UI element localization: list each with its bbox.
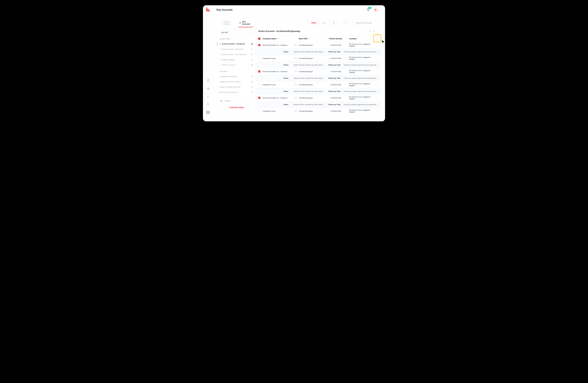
user-filter-select[interactable]: My Self [219,30,253,35]
table-row: AECOM Australia Ltd - Canberra Architect… [256,68,381,75]
row-more-menu[interactable] [377,110,377,112]
drag-handle-icon[interactable] [219,43,221,45]
row-more-menu[interactable] [377,57,377,59]
row-checkbox[interactable] [258,84,260,86]
add-to-folder-icon[interactable] [295,83,299,86]
notes-text: Before all this invented by other tender… [294,51,324,53]
sort-icon [309,38,310,39]
archive-label: Archive [225,100,231,102]
cluster-icon[interactable] [205,86,211,92]
drag-handle-icon[interactable] [219,54,221,55]
sidebar-my-folder-item[interactable]: Project Trending This Year 42 [219,84,253,90]
folder-name: Former Accounts [222,64,250,66]
add-to-folder-icon[interactable] [295,110,299,112]
search-box[interactable] [352,20,378,25]
table-header-more-menu[interactable] [376,37,378,40]
row-checkbox[interactable] [258,110,260,112]
folder-count: 22 [251,48,253,50]
section-visibility-icon[interactable] [373,30,375,33]
archive-button[interactable]: Archive [219,98,253,104]
sidebar-my-folder-item[interactable]: My Proposed Project To 21 [219,90,253,95]
row-checkbox[interactable] [258,97,260,99]
role-cell: Architect/Designer [299,97,325,99]
apps-grid-icon[interactable] [205,109,211,115]
brand-logo[interactable] [206,8,210,11]
notes-label: Notes [284,51,292,53]
location-cell: 56 Trevose Cres, Singapore 298088 [346,96,375,100]
row-more-menu[interactable] [377,44,377,46]
analytics-icon[interactable] [205,94,211,100]
search-input[interactable] [356,22,378,24]
phone-cell: 03 9419 4340 [325,44,346,46]
user-avatar[interactable]: A [373,7,378,12]
drag-handle-icon[interactable] [219,64,221,66]
notes-row: Notes Before all this invented by other … [256,101,381,108]
svg-point-5 [207,103,209,105]
clipboard-icon[interactable] [205,78,211,84]
notification-bell[interactable]: 22 [367,8,370,12]
sidebar-folder-item[interactable]: Active Account - Sub Contractor 42 [219,52,253,57]
drag-handle-icon[interactable] [219,48,221,50]
sidebar-my-folder-item[interactable]: Competitor Customers 10 [219,74,253,79]
tab-key-account[interactable]: Key Account [238,18,253,27]
tab-label: Project Pipeline [223,20,236,25]
page-title: Key Account [216,8,232,11]
company-name: Coastplan Group [262,110,275,112]
role-cell: Architect/Designer [299,71,325,73]
notes-label: Notes [284,64,292,66]
table-row: AECOM Australia Ltd - Canberra Architect… [256,42,381,49]
add-to-folder-icon[interactable] [295,44,299,46]
section-notif-icon[interactable] [369,30,371,33]
row-more-menu[interactable] [377,97,377,99]
sidebar-my-folder-item[interactable]: Collaboration Key Account 22 [219,79,253,84]
sidebar-folder-item[interactable]: Active Account - Architects 10 [219,41,253,46]
followup-label: Follow-up Task [328,64,343,66]
drag-handle-icon[interactable] [219,59,221,60]
location-cell: 56 Trevose Cres, Singapore 298088 [346,56,375,60]
col-header-location[interactable]: Location [346,38,375,40]
folder-count: 21 [251,91,253,93]
show-button[interactable]: Show [308,20,319,25]
sidebar-folder-item[interactable]: Former Accounts 56 [219,62,253,67]
sidebar-scroll: My Self Default Folder Active Account - … [217,27,255,118]
section-title: Active Account - Architects/Engineeing [258,30,367,33]
col-header-phone[interactable]: Phone Number [325,38,346,40]
add-to-folder-icon[interactable] [295,97,299,99]
folder-count: 21 [251,59,253,61]
company-name: AECOM Australia Ltd - Canberra [262,97,287,99]
col-header-role[interactable]: Main Role [299,38,325,40]
add-to-folder-icon[interactable] [295,57,299,60]
section-header: Active Account - Architects/Engineeing [256,27,381,35]
sidebar-folder-item[interactable]: Target Prospects 21 [219,57,253,62]
phone-cell: 03 9419 4340 [325,84,346,86]
row-more-menu[interactable] [377,71,377,73]
phone-cell: 03 9419 4340 [325,71,346,73]
folder-name: Collaboration Key Account [219,81,250,83]
col-header-company[interactable]: Company Name [262,38,295,40]
sort-filter-button[interactable] [342,20,350,25]
tab-project-pipeline[interactable]: Project Pipeline [219,18,237,27]
add-to-folder-icon[interactable] [295,70,299,73]
row-more-menu[interactable] [377,84,377,86]
search-nav-icon[interactable] [205,101,211,107]
svg-point-10 [374,31,374,31]
row-checkbox[interactable] [258,57,260,59]
notes-text: Before all this invented by other tender… [294,77,324,79]
sidebar: Project Pipeline Key Account My Self [217,18,256,118]
folder-name: Active Account - Sub Contractor [222,53,250,55]
location-filter-button[interactable] [331,20,340,25]
toolbar: Show Hide [256,18,381,27]
folder-name: Active Account - Architects [222,43,250,45]
hide-button[interactable]: Hide [319,20,329,25]
sidebar-folder-item[interactable]: Active Account - Contractor 22 [219,46,253,52]
user-menu-chevron[interactable] [379,9,381,11]
row-checkbox[interactable] [258,44,260,46]
section-more-menu[interactable] [377,30,379,33]
folder-count: 42 [251,86,253,88]
row-checkbox[interactable] [258,70,260,73]
followup-label: Follow-up Task [328,77,343,79]
add-folder-button[interactable]: + Add New Folder [219,104,253,109]
phone-cell: 03 9419 4340 [325,97,346,99]
svg-point-8 [334,22,334,23]
select-all-checkbox[interactable] [258,38,260,40]
